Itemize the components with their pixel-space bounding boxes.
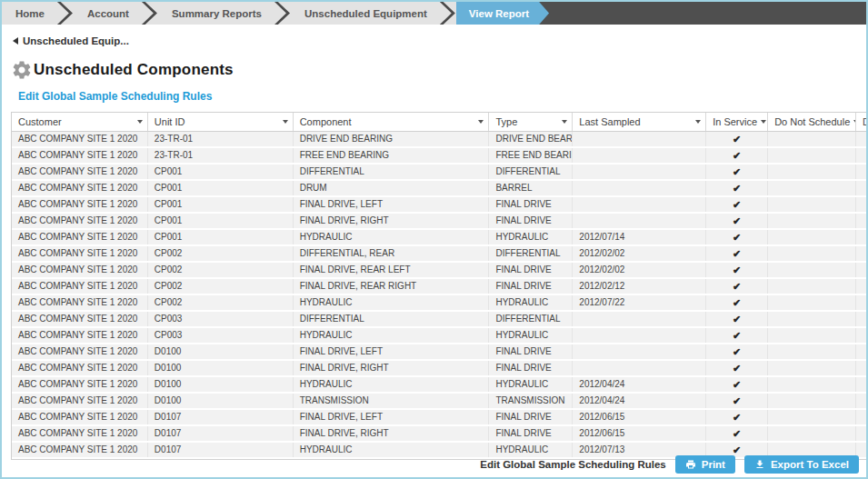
column-header-last_sampled[interactable]: Last Sampled	[573, 113, 706, 131]
table-row[interactable]: ABC COMPANY SITE 1 2020CP003HYDRAULICHYD…	[12, 328, 866, 344]
cell-component: HYDRAULIC	[294, 328, 490, 343]
cell-last_sampled: 2012/04/24	[573, 394, 706, 408]
cell-unit_id: CP001	[148, 181, 294, 195]
column-dropdown-icon[interactable]	[562, 120, 567, 124]
cell-customer: ABC COMPANY SITE 1 2020	[12, 230, 148, 244]
checkmark-icon: ✔	[733, 264, 741, 275]
cell-in_service: ✔	[706, 148, 768, 163]
column-dropdown-icon[interactable]	[695, 120, 701, 124]
table-row[interactable]: ABC COMPANY SITE 1 2020CP002FINAL DRIVE,…	[12, 279, 866, 295]
cell-do_not_schedule	[768, 426, 856, 441]
table-row[interactable]: ABC COMPANY SITE 1 2020D0100FINAL DRIVE,…	[12, 344, 866, 361]
cell-unit_id: D0100	[148, 361, 294, 375]
cell-d_truncated	[856, 246, 866, 261]
cell-unit_id: CP001	[148, 214, 294, 228]
footer-toolbar: Edit Global Sample Scheduling Rules Prin…	[480, 455, 859, 474]
cell-last_sampled	[573, 148, 706, 163]
table-row[interactable]: ABC COMPANY SITE 1 2020CP001FINAL DRIVE,…	[12, 214, 866, 230]
gear-icon	[11, 59, 33, 81]
table-row[interactable]: ABC COMPANY SITE 1 2020D0100FINAL DRIVE,…	[12, 361, 866, 377]
column-header-customer[interactable]: Customer	[12, 113, 148, 131]
cell-do_not_schedule	[768, 230, 856, 244]
cell-customer: ABC COMPANY SITE 1 2020	[12, 214, 148, 228]
cell-d_truncated	[856, 426, 866, 441]
breadcrumb-item-view-report[interactable]: View Report	[456, 2, 549, 25]
table-row[interactable]: ABC COMPANY SITE 1 2020D0100HYDRAULICHYD…	[12, 377, 866, 394]
cell-in_service: ✔	[706, 328, 768, 343]
table-row[interactable]: ABC COMPANY SITE 1 2020CP001DRUMBARREL✔	[12, 181, 866, 197]
breadcrumb: HomeAccountSummary ReportsUnscheduled Eq…	[2, 2, 866, 25]
breadcrumb-item-home[interactable]: Home	[2, 2, 56, 25]
table-row[interactable]: ABC COMPANY SITE 1 2020CP001DIFFERENTIAL…	[12, 165, 866, 181]
cell-last_sampled	[573, 132, 706, 146]
cell-type: BARREL	[489, 181, 573, 195]
column-header-unit_id[interactable]: Unit ID	[148, 113, 294, 131]
cell-unit_id: D0107	[148, 426, 294, 441]
cell-last_sampled: 2012/07/14	[573, 230, 706, 244]
column-dropdown-icon[interactable]	[761, 120, 766, 124]
edit-global-rules-link[interactable]: Edit Global Sample Scheduling Rules	[18, 90, 212, 103]
cell-d_truncated	[856, 328, 866, 343]
table-row[interactable]: ABC COMPANY SITE 1 202023-TR-01FREE END …	[12, 148, 866, 165]
cell-d_truncated	[856, 344, 866, 359]
cell-last_sampled: 2012/07/22	[573, 295, 706, 310]
checkmark-icon: ✔	[733, 330, 741, 341]
cell-d_truncated	[856, 165, 866, 179]
breadcrumb-active-label: View Report	[469, 8, 529, 19]
column-dropdown-icon[interactable]	[137, 120, 143, 124]
printer-icon	[685, 459, 696, 470]
table-row[interactable]: ABC COMPANY SITE 1 2020CP002DIFFERENTIAL…	[12, 246, 866, 263]
column-header-component[interactable]: Component	[294, 113, 490, 131]
unscheduled-components-grid: CustomerUnit IDComponentTypeLast Sampled…	[11, 112, 866, 460]
cell-type: TRANSMISSION	[489, 394, 573, 408]
breadcrumb-item-account[interactable]: Account	[74, 2, 141, 25]
breadcrumb-item-unscheduled-equipment[interactable]: Unscheduled Equipment	[291, 2, 439, 25]
column-dropdown-icon[interactable]	[478, 120, 484, 124]
table-row[interactable]: ABC COMPANY SITE 1 2020CP002FINAL DRIVE,…	[12, 263, 866, 279]
cell-type: FINAL DRIVE	[489, 197, 573, 212]
cell-customer: ABC COMPANY SITE 1 2020	[12, 377, 148, 392]
cell-type: HYDRAULIC	[489, 230, 573, 244]
table-row[interactable]: ABC COMPANY SITE 1 2020CP003DIFFERENTIAL…	[12, 312, 866, 328]
table-row[interactable]: ABC COMPANY SITE 1 202023-TR-01DRIVE END…	[12, 132, 866, 148]
table-row[interactable]: ABC COMPANY SITE 1 2020D0107FINAL DRIVE,…	[12, 410, 866, 426]
cell-last_sampled	[573, 312, 706, 326]
print-button[interactable]: Print	[675, 455, 735, 474]
cell-unit_id: D0100	[148, 377, 294, 392]
cell-component: TRANSMISSION	[294, 394, 490, 408]
app-window: HomeAccountSummary ReportsUnscheduled Eq…	[0, 0, 868, 479]
back-row: Unscheduled Equip...	[2, 25, 866, 48]
column-header-type[interactable]: Type	[489, 113, 573, 131]
checkmark-icon: ✔	[733, 183, 741, 194]
cell-customer: ABC COMPANY SITE 1 2020	[12, 426, 148, 441]
table-row[interactable]: ABC COMPANY SITE 1 2020CP001FINAL DRIVE,…	[12, 197, 866, 214]
table-row[interactable]: ABC COMPANY SITE 1 2020CP002HYDRAULICHYD…	[12, 295, 866, 312]
print-button-label: Print	[702, 459, 725, 470]
back-link[interactable]: Unscheduled Equip...	[13, 35, 129, 46]
cell-in_service: ✔	[706, 132, 768, 146]
footer-edit-rules-label[interactable]: Edit Global Sample Scheduling Rules	[480, 459, 665, 470]
cell-type: HYDRAULIC	[489, 295, 573, 310]
cell-do_not_schedule	[768, 246, 856, 261]
breadcrumb-item-summary-reports[interactable]: Summary Reports	[158, 2, 274, 25]
export-to-excel-button[interactable]: Export To Excel	[744, 455, 859, 474]
column-header-in_service[interactable]: In Service	[706, 113, 768, 131]
column-header-d_truncated[interactable]: D	[856, 113, 866, 131]
cell-d_truncated	[856, 197, 866, 212]
chevron-right-icon	[142, 2, 157, 25]
table-row[interactable]: ABC COMPANY SITE 1 2020CP001HYDRAULICHYD…	[12, 230, 866, 246]
cell-type: FINAL DRIVE	[489, 214, 573, 228]
cell-do_not_schedule	[768, 312, 856, 326]
column-header-label: Type	[495, 116, 517, 127]
cell-in_service: ✔	[706, 197, 768, 212]
cell-d_truncated	[856, 312, 866, 326]
cell-customer: ABC COMPANY SITE 1 2020	[12, 148, 148, 163]
column-dropdown-icon[interactable]	[283, 120, 288, 124]
cell-type: HYDRAULIC	[489, 377, 573, 392]
table-row[interactable]: ABC COMPANY SITE 1 2020D0100TRANSMISSION…	[12, 394, 866, 410]
table-row[interactable]: ABC COMPANY SITE 1 2020D0107FINAL DRIVE,…	[12, 426, 866, 443]
cell-d_truncated	[856, 394, 866, 408]
cell-do_not_schedule	[768, 197, 856, 212]
column-header-do_not_schedule[interactable]: Do Not Schedule	[768, 113, 856, 131]
cell-customer: ABC COMPANY SITE 1 2020	[12, 165, 148, 179]
